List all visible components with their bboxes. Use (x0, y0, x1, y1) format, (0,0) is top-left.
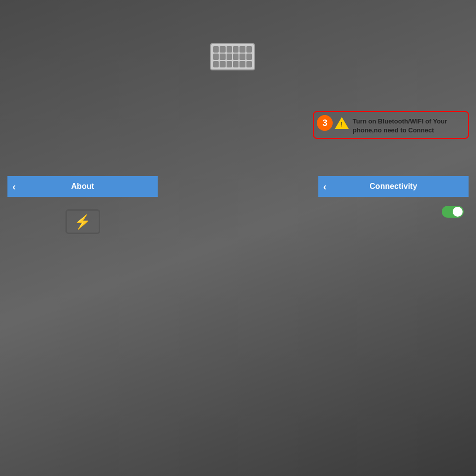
about-header: ‹ About (7, 176, 158, 197)
connectivity-header: ‹ Connectivity (318, 176, 469, 197)
step3-text: Turn on Bluetooth/WIFI of Your phone,no … (353, 115, 465, 135)
step3-warn: 3 (317, 115, 349, 131)
obd-image (159, 7, 306, 106)
top-images-row: WLAN WLAN+ Enhanced Internet experience … (7, 7, 469, 106)
back-arrow-icon[interactable]: ‹ (323, 181, 327, 192)
engine-body: ⚡ (65, 209, 100, 234)
engine-icon: ⚡ (63, 207, 103, 237)
warning-triangle-icon (335, 117, 349, 129)
main-container: WLAN WLAN+ Enhanced Internet experience … (0, 0, 476, 476)
step3-item: 3 Turn on Bluetooth/WIFI of Your phone,n… (313, 111, 469, 139)
auto-connect-toggle[interactable] (442, 206, 464, 218)
back-arrow-icon[interactable]: ‹ (12, 181, 16, 192)
step3-number: 3 (317, 115, 333, 131)
